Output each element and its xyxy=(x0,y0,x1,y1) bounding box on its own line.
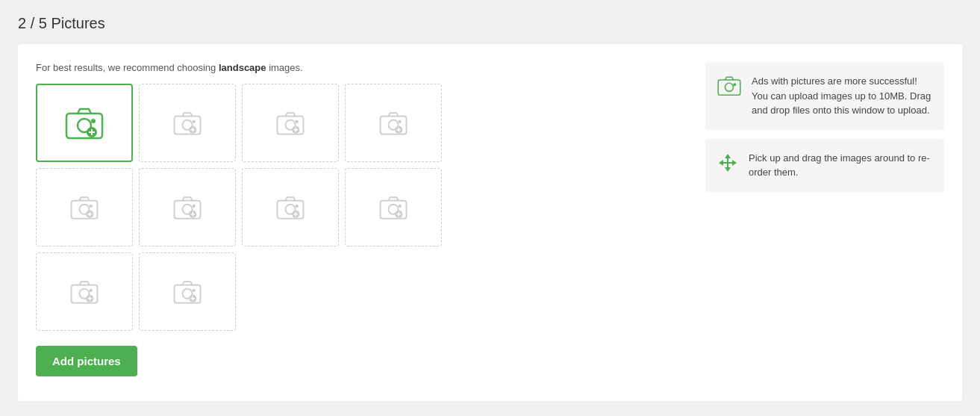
image-slot-4[interactable] xyxy=(36,168,133,246)
svg-rect-30 xyxy=(175,200,201,218)
svg-point-14 xyxy=(296,119,299,122)
svg-point-32 xyxy=(193,204,196,207)
svg-point-26 xyxy=(90,204,93,207)
upload-info-text: Ads with pictures are more successful! Y… xyxy=(752,74,932,118)
main-card: For best results, we recommend choosing … xyxy=(18,44,962,401)
svg-point-56 xyxy=(193,288,196,291)
image-grid xyxy=(36,84,687,331)
image-slot-8[interactable] xyxy=(36,252,133,331)
reorder-info-box: Pick up and drag the images around to re… xyxy=(705,139,944,192)
left-section: For best results, we recommend choosing … xyxy=(36,62,687,383)
image-slot-7[interactable] xyxy=(345,168,442,246)
image-slot-2[interactable] xyxy=(242,84,339,162)
svg-point-50 xyxy=(90,288,93,291)
svg-point-8 xyxy=(193,119,196,122)
svg-rect-6 xyxy=(175,116,201,134)
svg-point-62 xyxy=(734,83,737,86)
image-slot-1[interactable] xyxy=(139,84,236,162)
add-pictures-button[interactable]: Add pictures xyxy=(36,346,137,376)
image-slot-0[interactable] xyxy=(36,84,133,162)
image-slot-5[interactable] xyxy=(139,168,236,246)
image-slot-6[interactable] xyxy=(242,168,339,246)
camera-upload-icon xyxy=(717,75,741,99)
svg-rect-42 xyxy=(381,200,407,218)
image-slot-9[interactable] xyxy=(139,252,236,331)
drag-reorder-icon xyxy=(717,152,738,176)
reorder-info-text: Pick up and drag the images around to re… xyxy=(749,151,932,180)
svg-rect-12 xyxy=(278,116,304,134)
svg-rect-36 xyxy=(278,200,304,218)
svg-point-61 xyxy=(725,83,733,91)
svg-rect-54 xyxy=(175,285,201,302)
svg-rect-60 xyxy=(718,80,740,95)
upload-info-box: Ads with pictures are more successful! Y… xyxy=(705,62,944,130)
page-title: 2 / 5 Pictures xyxy=(18,15,962,32)
svg-rect-0 xyxy=(66,114,102,138)
svg-point-38 xyxy=(296,204,299,207)
right-section: Ads with pictures are more successful! Y… xyxy=(705,62,944,383)
svg-point-44 xyxy=(399,204,402,207)
svg-point-2 xyxy=(91,119,96,123)
hint-text: For best results, we recommend choosing … xyxy=(36,62,687,73)
image-slot-3[interactable] xyxy=(345,84,442,162)
svg-point-20 xyxy=(399,119,402,122)
svg-rect-48 xyxy=(72,285,98,302)
svg-rect-18 xyxy=(381,116,407,134)
svg-rect-24 xyxy=(72,200,98,218)
